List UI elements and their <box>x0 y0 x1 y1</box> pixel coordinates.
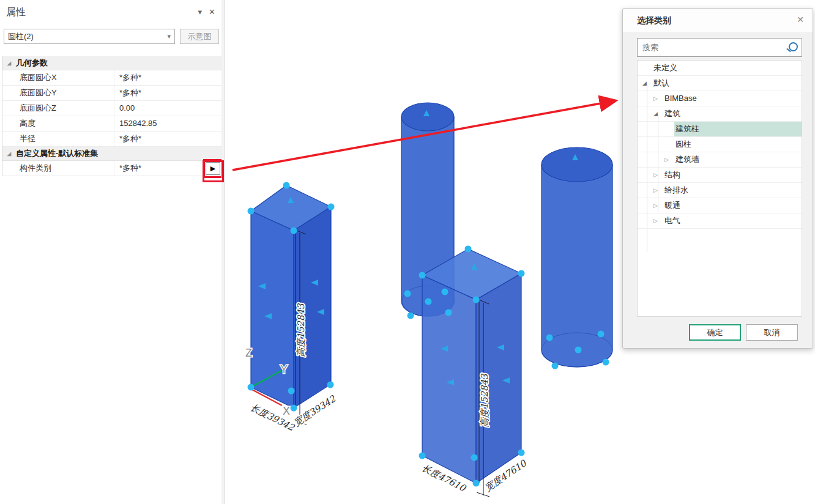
expander-collapsed-icon[interactable]: ▷ <box>653 218 663 224</box>
section-header[interactable]: ◢几何参数 <box>2 56 222 70</box>
category-expand-button[interactable]: ▶ <box>206 162 220 175</box>
box-2[interactable] <box>422 249 521 483</box>
expander-collapsed-icon[interactable]: ▷ <box>653 95 663 102</box>
select-category-dialog: 选择类别 ✕ 未定义◢默认▷BIMBase◢建筑建筑柱圆柱▷建筑墙▷结构▷给排水… <box>622 8 813 349</box>
property-sections: ◢几何参数底面圆心X*多种*底面圆心Y*多种*底面圆心Z0.00高度152842… <box>2 56 222 176</box>
chevron-down-icon: ▾ <box>167 32 171 40</box>
category-search-box <box>637 38 802 57</box>
property-row: 底面圆心Z0.00 <box>2 101 222 116</box>
dialog-titlebar: 选择类别 ✕ <box>623 9 813 33</box>
element-type-value: 圆柱(2) <box>8 31 167 42</box>
section-collapse-icon: ◢ <box>2 151 16 157</box>
tree-item-结构[interactable]: ▷结构 <box>638 168 802 183</box>
property-row: 构件类别*多种*▶ <box>2 161 222 176</box>
box2-height-label: 高度152843 <box>479 373 490 428</box>
axis-x-label: X <box>283 405 290 417</box>
section-title: 自定义属性-默认标准集 <box>16 148 98 159</box>
category-search-input[interactable] <box>638 43 786 52</box>
element-type-selector[interactable]: 圆柱(2) ▾ <box>4 29 175 44</box>
dialog-title: 选择类别 <box>637 15 671 26</box>
tree-item-label: 建筑柱 <box>674 122 802 136</box>
property-value[interactable]: *多种* <box>114 86 222 100</box>
tree-item-未定义[interactable]: 未定义 <box>638 61 802 76</box>
box1-height-label: 高度152843 <box>296 303 307 357</box>
expander-collapsed-icon[interactable]: ▷ <box>653 187 663 193</box>
tree-item-label: 电气 <box>663 213 802 228</box>
tree-item-label: 建筑 <box>663 106 802 121</box>
ok-button[interactable]: 确定 <box>689 324 741 341</box>
cancel-button[interactable]: 取消 <box>746 324 798 341</box>
search-icon[interactable] <box>786 41 799 54</box>
panel-titlebar: 属性 ▾ ✕ <box>0 0 221 24</box>
category-tree: 未定义◢默认▷BIMBase◢建筑建筑柱圆柱▷建筑墙▷结构▷给排水▷暖通▷电气 <box>637 60 802 317</box>
tree-item-圆柱[interactable]: 圆柱 <box>638 137 802 152</box>
property-label: 构件类别 <box>2 161 114 176</box>
panel-title: 属性 <box>6 6 26 19</box>
panel-collapse-icon[interactable]: ▾ <box>198 7 202 17</box>
property-row: 底面圆心X*多种* <box>2 70 222 86</box>
property-label: 半径 <box>2 132 114 146</box>
tree-item-label: 默认 <box>652 76 802 91</box>
property-value[interactable]: *多种* <box>114 132 222 146</box>
tree-item-label: 给排水 <box>663 183 802 198</box>
tree-item-label: BIMBase <box>663 91 802 106</box>
property-row: 底面圆心Y*多种* <box>2 86 222 101</box>
box-1[interactable] <box>251 185 331 408</box>
section-collapse-icon: ◢ <box>2 61 16 66</box>
expander-collapsed-icon[interactable]: ▷ <box>664 157 674 163</box>
expander-collapsed-icon[interactable]: ▷ <box>653 172 663 178</box>
expander-expanded-icon[interactable]: ◢ <box>653 111 663 117</box>
axis-y-label: Y <box>280 363 288 376</box>
axis-z-label: Z <box>245 347 252 359</box>
tree-item-label: 结构 <box>663 168 802 182</box>
expander-collapsed-icon[interactable]: ▷ <box>653 202 663 209</box>
property-value[interactable]: *多种* <box>114 70 222 85</box>
property-label: 底面圆心X <box>2 70 114 85</box>
section-title: 几何参数 <box>16 57 48 69</box>
property-label: 高度 <box>2 116 114 131</box>
tree-item-建筑柱[interactable]: 建筑柱 <box>638 122 802 137</box>
tree-item-label: 暖通 <box>663 198 802 213</box>
tree-item-label: 未定义 <box>652 61 802 75</box>
tree-item-label: 圆柱 <box>674 137 802 152</box>
tree-item-默认[interactable]: ◢默认 <box>638 76 802 91</box>
tree-item-暖通[interactable]: ▷暖通 <box>638 198 802 213</box>
dialog-close-icon[interactable]: ✕ <box>797 15 804 24</box>
properties-panel: 属性 ▾ ✕ 圆柱(2) ▾ 示意图 ◢几何参数底面圆心X*多种*底面圆心Y*多… <box>0 0 222 504</box>
property-value[interactable]: 152842.85 <box>114 116 222 131</box>
tree-item-建筑[interactable]: ◢建筑 <box>638 106 802 122</box>
tree-item-建筑墙[interactable]: ▷建筑墙 <box>638 152 802 168</box>
property-value[interactable]: 0.00 <box>114 101 222 116</box>
tree-item-label: 建筑墙 <box>674 152 802 167</box>
schematic-button[interactable]: 示意图 <box>180 29 219 44</box>
property-label: 底面圆心Z <box>2 101 114 116</box>
expander-expanded-icon[interactable]: ◢ <box>642 80 652 86</box>
panel-close-icon[interactable]: ✕ <box>209 7 215 17</box>
property-row: 半径*多种* <box>2 132 222 147</box>
tree-item-给排水[interactable]: ▷给排水 <box>638 183 802 198</box>
tree-item-BIMBase[interactable]: ▷BIMBase <box>638 91 802 106</box>
section-header[interactable]: ◢自定义属性-默认标准集 <box>2 147 222 161</box>
tree-item-电气[interactable]: ▷电气 <box>638 213 802 229</box>
property-row: 高度152842.85 <box>2 116 222 132</box>
property-label: 底面圆心Y <box>2 86 114 100</box>
